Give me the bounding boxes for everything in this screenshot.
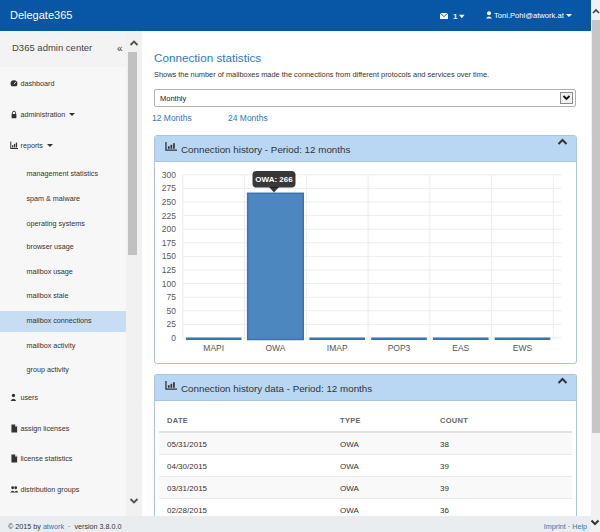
svg-text:0: 0 xyxy=(171,333,176,343)
svg-text:250: 250 xyxy=(162,197,176,207)
svg-text:25: 25 xyxy=(167,319,177,329)
svg-text:275: 275 xyxy=(162,183,176,193)
svg-text:OWA: 266: OWA: 266 xyxy=(255,175,293,184)
svg-text:EWS: EWS xyxy=(513,343,533,353)
svg-text:75: 75 xyxy=(167,292,177,302)
svg-text:200: 200 xyxy=(162,224,176,234)
svg-text:100: 100 xyxy=(162,279,176,289)
svg-text:1: 1 xyxy=(453,12,458,21)
svg-text:IMAP: IMAP xyxy=(327,343,348,353)
svg-text:EAS: EAS xyxy=(452,343,469,353)
svg-text:175: 175 xyxy=(162,238,176,248)
svg-text:125: 125 xyxy=(162,265,176,275)
svg-text:POP3: POP3 xyxy=(388,343,411,353)
svg-text:OWA: OWA xyxy=(265,343,285,353)
svg-text:MAPI: MAPI xyxy=(203,343,224,353)
svg-text:150: 150 xyxy=(162,251,176,261)
svg-text:300: 300 xyxy=(162,170,176,180)
svg-text:50: 50 xyxy=(167,306,177,316)
svg-text:225: 225 xyxy=(162,211,176,221)
